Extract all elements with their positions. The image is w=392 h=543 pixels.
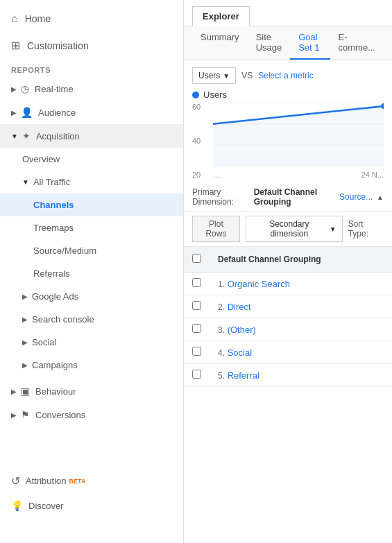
row-checkbox-cell	[184, 318, 210, 341]
vs-text: VS	[241, 71, 253, 80]
dropdown-arrow-icon: ▼	[330, 225, 336, 233]
row-checkbox[interactable]	[192, 278, 201, 287]
sidebar-item-behaviour[interactable]: ▶ ▣ Behaviour	[0, 379, 183, 403]
sidebar-item-attribution[interactable]: ↺ Attribution BETA	[0, 468, 183, 494]
arrow-right-icon: ▶	[11, 411, 17, 419]
row-checkbox[interactable]	[192, 324, 201, 333]
sidebar-item-customisation[interactable]: ⊞ Customisation	[0, 32, 183, 59]
arrow-right-icon: ▶	[11, 85, 17, 93]
behaviour-icon: ▣	[21, 386, 30, 397]
table-row: 3. (Other)	[184, 318, 392, 341]
chart-area	[213, 103, 384, 166]
sidebar-item-social[interactable]: ▶ Social	[0, 331, 183, 354]
table-row: 4. Social	[184, 341, 392, 364]
channel-link[interactable]: Referral	[228, 370, 259, 381]
row-checkbox-cell	[184, 273, 210, 295]
chart-x-labels: ... 24 N...	[213, 171, 384, 179]
attribution-icon: ↺	[11, 474, 20, 488]
sidebar-item-referrals[interactable]: Referrals	[0, 262, 183, 285]
table-controls: Plot Rows Secondary dimension ▼ Sort Typ…	[184, 212, 392, 247]
sidebar-item-discover[interactable]: 💡 Discover	[0, 494, 183, 517]
row-checkbox-cell	[184, 364, 210, 387]
channel-cell: 4. Social	[210, 341, 392, 364]
explorer-tab-bar: Explorer	[184, 0, 392, 26]
select-metric-link[interactable]: Select a metric	[258, 71, 313, 80]
users-legend: Users	[192, 89, 384, 100]
flag-icon: ⚑	[21, 409, 30, 420]
main-content: Explorer Summary Site Usage Goal Set 1 E…	[184, 0, 392, 543]
metric-button[interactable]: Users ▼	[192, 67, 236, 84]
reports-section-label: REPORTS	[0, 59, 183, 77]
channel-link[interactable]: Organic Search	[228, 279, 290, 289]
chart-y-labels: 60 40 20	[192, 103, 212, 179]
select-all-checkbox[interactable]	[192, 254, 201, 263]
channel-link[interactable]: Social	[228, 347, 252, 358]
legend-dot	[192, 92, 199, 98]
chevron-up-icon: ▲	[377, 193, 384, 201]
legend-label: Users	[203, 89, 227, 100]
sidebar-item-home[interactable]: ⌂ Home	[0, 6, 183, 32]
sidebar-item-conversions[interactable]: ▶ ⚑ Conversions	[0, 403, 183, 426]
row-checkbox-cell	[184, 295, 210, 318]
arrow-right-icon: ▶	[22, 361, 28, 369]
source-link[interactable]: Source...	[339, 192, 373, 202]
row-checkbox[interactable]	[192, 347, 201, 356]
tab-summary[interactable]: Summary	[192, 26, 248, 60]
sidebar-item-campaigns[interactable]: ▶ Campaigns	[0, 354, 183, 377]
arrow-right-icon: ▶	[11, 109, 17, 117]
sidebar-item-realtime[interactable]: ▶ ◷ Real-time	[0, 77, 183, 101]
data-table-container: Default Channel Grouping 1. Organic Sear…	[184, 247, 392, 543]
arrow-right-icon: ▶	[22, 316, 28, 323]
sidebar-item-channels[interactable]: Channels	[0, 193, 183, 216]
arrow-right-icon: ▶	[22, 293, 28, 300]
data-table: Default Channel Grouping 1. Organic Sear…	[184, 247, 392, 387]
table-row: 1. Organic Search	[184, 273, 392, 295]
home-icon: ⌂	[11, 12, 18, 25]
channel-cell: 3. (Other)	[210, 318, 392, 341]
sub-tabs: Summary Site Usage Goal Set 1 E-comme...	[184, 26, 392, 60]
channel-cell: 2. Direct	[210, 295, 392, 318]
sidebar: ⌂ Home ⊞ Customisation REPORTS ▶ ◷ Real-…	[0, 0, 184, 543]
tab-ecommerce[interactable]: E-comme...	[330, 26, 384, 60]
table-row: 5. Referral	[184, 364, 392, 387]
channel-link[interactable]: Direct	[228, 302, 251, 312]
explorer-tab[interactable]: Explorer	[192, 6, 250, 26]
sort-type-label: Sort Type:	[348, 219, 384, 239]
sidebar-item-acquisition[interactable]: ▼ ✦ Acquisition	[0, 124, 183, 148]
arrow-right-icon: ▶	[11, 388, 17, 395]
row-checkbox[interactable]	[192, 301, 201, 310]
arrow-down-icon: ▼	[11, 132, 18, 140]
acquisition-icon: ✦	[22, 130, 31, 141]
dropdown-arrow-icon: ▼	[223, 72, 230, 80]
table-row: 2. Direct	[184, 295, 392, 318]
sidebar-item-search-console[interactable]: ▶ Search console	[0, 308, 183, 331]
row-checkbox-cell	[184, 341, 210, 364]
table-header-checkbox	[184, 247, 210, 273]
tab-goal-set-1[interactable]: Goal Set 1	[290, 26, 330, 60]
metric-row: Users ▼ VS Select a metric	[192, 67, 384, 84]
clock-icon: ◷	[21, 83, 29, 94]
tab-site-usage[interactable]: Site Usage	[248, 26, 291, 60]
arrow-right-icon: ▶	[22, 338, 28, 346]
sidebar-item-source-medium[interactable]: Source/Medium	[0, 239, 183, 262]
dimension-value[interactable]: Default Channel Grouping	[254, 187, 335, 207]
sidebar-item-audience[interactable]: ▶ 👤 Audience	[0, 101, 183, 124]
chart-section: Users ▼ VS Select a metric Users 60 40 2…	[184, 60, 392, 183]
channel-link[interactable]: (Other)	[228, 325, 256, 335]
channel-cell: 5. Referral	[210, 364, 392, 387]
sidebar-item-treemaps[interactable]: Treemaps	[0, 216, 183, 239]
sidebar-item-overview[interactable]: Overview	[0, 148, 183, 171]
channel-cell: 1. Organic Search	[210, 273, 392, 295]
row-checkbox[interactable]	[192, 370, 201, 379]
table-header-channel: Default Channel Grouping	[210, 247, 392, 273]
sidebar-item-all-traffic[interactable]: ▼ All Traffic	[0, 171, 183, 193]
beta-badge: BETA	[69, 478, 86, 485]
plot-rows-button[interactable]: Plot Rows	[192, 216, 240, 242]
chart-container: 60 40 20	[192, 103, 384, 179]
primary-dim-row: Primary Dimension: Default Channel Group…	[184, 183, 392, 212]
sidebar-item-google-ads[interactable]: ▶ Google Ads	[0, 285, 183, 308]
discover-icon: 💡	[11, 500, 23, 511]
arrow-down-icon: ▼	[22, 178, 29, 186]
secondary-dim-button[interactable]: Secondary dimension ▼	[246, 216, 343, 242]
grid-icon: ⊞	[11, 39, 20, 52]
